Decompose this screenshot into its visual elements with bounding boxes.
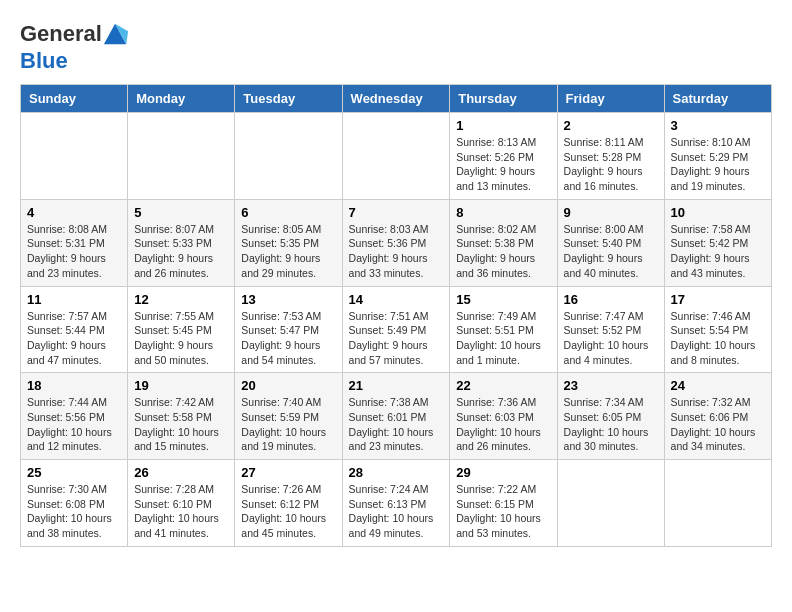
calendar-cell: 6Sunrise: 8:05 AM Sunset: 5:35 PM Daylig… [235, 199, 342, 286]
day-number: 15 [456, 292, 550, 307]
day-number: 12 [134, 292, 228, 307]
day-number: 24 [671, 378, 765, 393]
calendar-cell: 11Sunrise: 7:57 AM Sunset: 5:44 PM Dayli… [21, 286, 128, 373]
day-info: Sunrise: 8:03 AM Sunset: 5:36 PM Dayligh… [349, 222, 444, 281]
day-info: Sunrise: 7:53 AM Sunset: 5:47 PM Dayligh… [241, 309, 335, 368]
calendar-cell: 22Sunrise: 7:36 AM Sunset: 6:03 PM Dayli… [450, 373, 557, 460]
calendar-cell: 23Sunrise: 7:34 AM Sunset: 6:05 PM Dayli… [557, 373, 664, 460]
header-thursday: Thursday [450, 85, 557, 113]
day-number: 6 [241, 205, 335, 220]
day-info: Sunrise: 8:02 AM Sunset: 5:38 PM Dayligh… [456, 222, 550, 281]
day-info: Sunrise: 8:05 AM Sunset: 5:35 PM Dayligh… [241, 222, 335, 281]
day-number: 4 [27, 205, 121, 220]
day-info: Sunrise: 7:42 AM Sunset: 5:58 PM Dayligh… [134, 395, 228, 454]
day-number: 23 [564, 378, 658, 393]
day-number: 29 [456, 465, 550, 480]
calendar-week-3: 18Sunrise: 7:44 AM Sunset: 5:56 PM Dayli… [21, 373, 772, 460]
day-number: 20 [241, 378, 335, 393]
calendar-cell: 25Sunrise: 7:30 AM Sunset: 6:08 PM Dayli… [21, 460, 128, 547]
day-info: Sunrise: 7:47 AM Sunset: 5:52 PM Dayligh… [564, 309, 658, 368]
day-info: Sunrise: 7:28 AM Sunset: 6:10 PM Dayligh… [134, 482, 228, 541]
calendar-cell: 16Sunrise: 7:47 AM Sunset: 5:52 PM Dayli… [557, 286, 664, 373]
day-number: 11 [27, 292, 121, 307]
header-saturday: Saturday [664, 85, 771, 113]
day-info: Sunrise: 7:30 AM Sunset: 6:08 PM Dayligh… [27, 482, 121, 541]
calendar-cell: 8Sunrise: 8:02 AM Sunset: 5:38 PM Daylig… [450, 199, 557, 286]
day-number: 13 [241, 292, 335, 307]
day-info: Sunrise: 8:11 AM Sunset: 5:28 PM Dayligh… [564, 135, 658, 194]
calendar-cell: 3Sunrise: 8:10 AM Sunset: 5:29 PM Daylig… [664, 113, 771, 200]
day-number: 10 [671, 205, 765, 220]
day-number: 19 [134, 378, 228, 393]
calendar-cell: 7Sunrise: 8:03 AM Sunset: 5:36 PM Daylig… [342, 199, 450, 286]
calendar-cell: 20Sunrise: 7:40 AM Sunset: 5:59 PM Dayli… [235, 373, 342, 460]
calendar-cell: 9Sunrise: 8:00 AM Sunset: 5:40 PM Daylig… [557, 199, 664, 286]
calendar-table: SundayMondayTuesdayWednesdayThursdayFrid… [20, 84, 772, 547]
calendar-cell: 21Sunrise: 7:38 AM Sunset: 6:01 PM Dayli… [342, 373, 450, 460]
calendar-cell [557, 460, 664, 547]
logo-general: General [20, 21, 102, 47]
day-number: 14 [349, 292, 444, 307]
calendar-cell [664, 460, 771, 547]
day-info: Sunrise: 7:34 AM Sunset: 6:05 PM Dayligh… [564, 395, 658, 454]
calendar-cell: 2Sunrise: 8:11 AM Sunset: 5:28 PM Daylig… [557, 113, 664, 200]
calendar-cell: 10Sunrise: 7:58 AM Sunset: 5:42 PM Dayli… [664, 199, 771, 286]
header-wednesday: Wednesday [342, 85, 450, 113]
calendar-cell: 1Sunrise: 8:13 AM Sunset: 5:26 PM Daylig… [450, 113, 557, 200]
day-number: 17 [671, 292, 765, 307]
calendar-cell: 5Sunrise: 8:07 AM Sunset: 5:33 PM Daylig… [128, 199, 235, 286]
day-info: Sunrise: 7:46 AM Sunset: 5:54 PM Dayligh… [671, 309, 765, 368]
calendar-week-2: 11Sunrise: 7:57 AM Sunset: 5:44 PM Dayli… [21, 286, 772, 373]
header-monday: Monday [128, 85, 235, 113]
day-info: Sunrise: 8:08 AM Sunset: 5:31 PM Dayligh… [27, 222, 121, 281]
day-info: Sunrise: 7:51 AM Sunset: 5:49 PM Dayligh… [349, 309, 444, 368]
day-number: 7 [349, 205, 444, 220]
calendar-cell: 18Sunrise: 7:44 AM Sunset: 5:56 PM Dayli… [21, 373, 128, 460]
day-info: Sunrise: 7:58 AM Sunset: 5:42 PM Dayligh… [671, 222, 765, 281]
calendar-week-0: 1Sunrise: 8:13 AM Sunset: 5:26 PM Daylig… [21, 113, 772, 200]
logo: GeneralBlue [20, 20, 130, 74]
day-number: 8 [456, 205, 550, 220]
calendar-week-1: 4Sunrise: 8:08 AM Sunset: 5:31 PM Daylig… [21, 199, 772, 286]
calendar-cell: 27Sunrise: 7:26 AM Sunset: 6:12 PM Dayli… [235, 460, 342, 547]
day-info: Sunrise: 8:13 AM Sunset: 5:26 PM Dayligh… [456, 135, 550, 194]
day-number: 16 [564, 292, 658, 307]
day-info: Sunrise: 7:24 AM Sunset: 6:13 PM Dayligh… [349, 482, 444, 541]
day-info: Sunrise: 7:57 AM Sunset: 5:44 PM Dayligh… [27, 309, 121, 368]
day-number: 18 [27, 378, 121, 393]
day-info: Sunrise: 7:26 AM Sunset: 6:12 PM Dayligh… [241, 482, 335, 541]
day-number: 22 [456, 378, 550, 393]
calendar-cell: 4Sunrise: 8:08 AM Sunset: 5:31 PM Daylig… [21, 199, 128, 286]
calendar-cell: 26Sunrise: 7:28 AM Sunset: 6:10 PM Dayli… [128, 460, 235, 547]
day-number: 9 [564, 205, 658, 220]
day-number: 5 [134, 205, 228, 220]
calendar-cell: 15Sunrise: 7:49 AM Sunset: 5:51 PM Dayli… [450, 286, 557, 373]
day-info: Sunrise: 8:10 AM Sunset: 5:29 PM Dayligh… [671, 135, 765, 194]
day-info: Sunrise: 8:07 AM Sunset: 5:33 PM Dayligh… [134, 222, 228, 281]
calendar-cell: 28Sunrise: 7:24 AM Sunset: 6:13 PM Dayli… [342, 460, 450, 547]
calendar-cell: 19Sunrise: 7:42 AM Sunset: 5:58 PM Dayli… [128, 373, 235, 460]
day-info: Sunrise: 7:44 AM Sunset: 5:56 PM Dayligh… [27, 395, 121, 454]
day-info: Sunrise: 7:36 AM Sunset: 6:03 PM Dayligh… [456, 395, 550, 454]
calendar-cell: 12Sunrise: 7:55 AM Sunset: 5:45 PM Dayli… [128, 286, 235, 373]
day-info: Sunrise: 7:49 AM Sunset: 5:51 PM Dayligh… [456, 309, 550, 368]
day-number: 27 [241, 465, 335, 480]
day-info: Sunrise: 7:22 AM Sunset: 6:15 PM Dayligh… [456, 482, 550, 541]
header: GeneralBlue [20, 20, 772, 74]
day-number: 1 [456, 118, 550, 133]
header-tuesday: Tuesday [235, 85, 342, 113]
day-info: Sunrise: 8:00 AM Sunset: 5:40 PM Dayligh… [564, 222, 658, 281]
day-number: 3 [671, 118, 765, 133]
day-number: 2 [564, 118, 658, 133]
day-info: Sunrise: 7:32 AM Sunset: 6:06 PM Dayligh… [671, 395, 765, 454]
calendar-cell: 14Sunrise: 7:51 AM Sunset: 5:49 PM Dayli… [342, 286, 450, 373]
day-number: 28 [349, 465, 444, 480]
calendar-cell: 29Sunrise: 7:22 AM Sunset: 6:15 PM Dayli… [450, 460, 557, 547]
calendar-cell [342, 113, 450, 200]
calendar-cell [128, 113, 235, 200]
logo-icon [102, 20, 130, 48]
calendar-cell [235, 113, 342, 200]
calendar-cell: 13Sunrise: 7:53 AM Sunset: 5:47 PM Dayli… [235, 286, 342, 373]
day-info: Sunrise: 7:38 AM Sunset: 6:01 PM Dayligh… [349, 395, 444, 454]
calendar-header-row: SundayMondayTuesdayWednesdayThursdayFrid… [21, 85, 772, 113]
